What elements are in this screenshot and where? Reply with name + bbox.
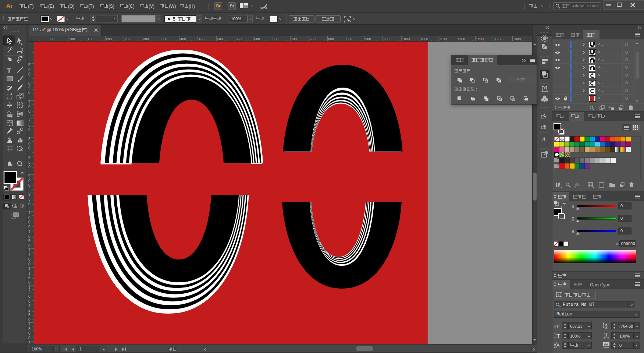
svg-text:A: A: [556, 343, 559, 348]
svg-text:T: T: [556, 324, 560, 329]
svg-text:T: T: [604, 332, 608, 338]
svg-text:VA: VA: [604, 342, 609, 346]
svg-text:T: T: [556, 333, 560, 339]
svg-text:T: T: [7, 67, 11, 74]
svg-text:A: A: [605, 326, 608, 329]
svg-text:A: A: [541, 136, 546, 143]
svg-text:T: T: [558, 293, 560, 297]
